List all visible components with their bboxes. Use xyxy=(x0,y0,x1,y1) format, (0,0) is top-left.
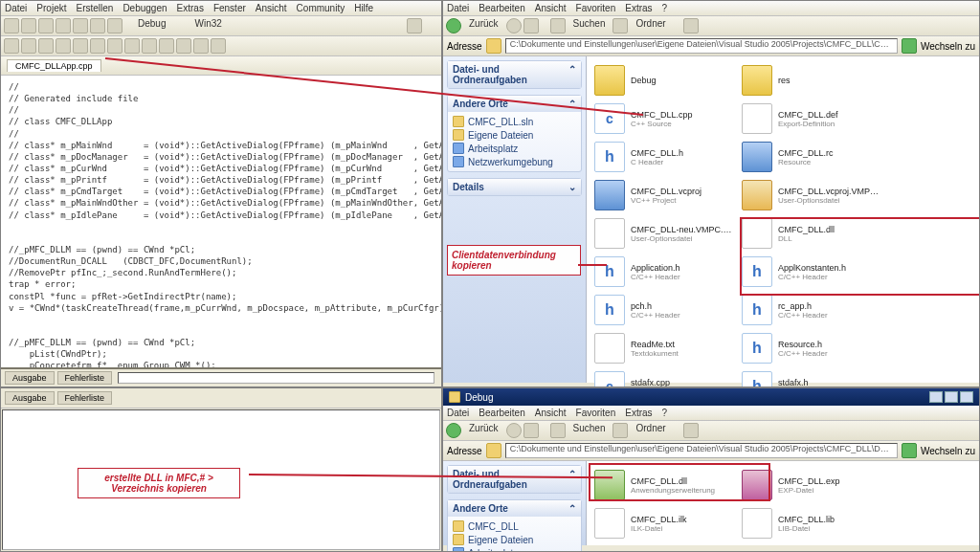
toolbar-button[interactable] xyxy=(90,18,105,33)
back-label[interactable]: Zurück xyxy=(463,18,504,33)
up-button[interactable] xyxy=(523,18,539,33)
folders-label[interactable]: Ordner xyxy=(630,423,671,438)
task-link[interactable]: CMFC_DLL xyxy=(453,519,576,533)
search-icon[interactable] xyxy=(550,18,566,33)
file-item[interactable]: CMFC_DLL.ilkILK-Datei xyxy=(592,505,736,541)
file-item[interactable]: CMFC_DLL.vcproj.VMPC.u...User-Optionsdat… xyxy=(740,177,883,213)
file-item[interactable]: stdafx.cppC++ Source xyxy=(592,368,736,387)
maximize-button[interactable] xyxy=(945,391,958,403)
close-button[interactable] xyxy=(960,391,973,403)
folders-icon[interactable] xyxy=(612,18,628,33)
output-tab[interactable]: Ausgabe xyxy=(5,371,55,385)
task-header[interactable]: Datei- und Ordneraufgaben xyxy=(453,64,568,85)
menu-item[interactable]: Hilfe xyxy=(354,3,373,13)
task-link[interactable]: Eigene Dateien xyxy=(453,128,576,142)
platform-combo[interactable]: Win32 xyxy=(189,18,227,33)
views-button[interactable] xyxy=(683,423,699,438)
toolbar-button[interactable] xyxy=(90,38,105,54)
go-button[interactable] xyxy=(902,38,917,54)
address-field[interactable]: C:\Dokumente und Einstellungen\user\Eige… xyxy=(505,443,898,458)
task-link[interactable]: CMFC_DLL.sln xyxy=(453,115,576,128)
task-header[interactable]: Details xyxy=(453,182,484,192)
task-link[interactable]: Eigene Dateien xyxy=(453,533,576,546)
config-combo[interactable]: Debug xyxy=(132,18,171,33)
file-item[interactable]: CMFC_DLL.rcResource xyxy=(740,139,883,175)
forward-button[interactable] xyxy=(506,423,522,438)
menu-item[interactable]: Projekt xyxy=(36,3,66,13)
menu-item[interactable]: Debuggen xyxy=(122,3,167,13)
menu-item[interactable]: Ansicht xyxy=(535,3,567,13)
menu-item[interactable]: Favoriten xyxy=(576,408,616,418)
menu-item[interactable]: Extras xyxy=(625,408,652,418)
file-item[interactable]: CMFC_DLL.vcprojVC++ Project xyxy=(592,177,736,213)
menu-item[interactable]: Datei xyxy=(447,408,469,418)
file-item[interactable]: CMFC_DLL.hC Header xyxy=(592,139,736,175)
file-item[interactable]: res xyxy=(740,62,883,99)
toolbar-button[interactable] xyxy=(107,38,122,54)
toolbar-button[interactable] xyxy=(38,38,54,54)
toolbar-button[interactable] xyxy=(159,38,174,54)
forward-button[interactable] xyxy=(506,18,522,33)
up-button[interactable] xyxy=(523,423,539,438)
menu-item[interactable]: Extras xyxy=(177,3,204,13)
toolbar-button[interactable] xyxy=(4,18,19,33)
file-item[interactable]: ReadMe.txtTextdokument xyxy=(592,330,736,366)
expand-icon[interactable]: ⌄ xyxy=(568,182,576,192)
code-editor[interactable]: // // Generated include file // // class… xyxy=(1,76,441,367)
toolbar-button[interactable] xyxy=(124,38,140,54)
file-item[interactable]: Application.hC/C++ Header xyxy=(592,254,736,290)
menu-item[interactable]: Ansicht xyxy=(256,3,287,13)
back-button[interactable] xyxy=(446,18,461,33)
menu-item[interactable]: Datei xyxy=(447,3,469,13)
file-item[interactable]: rc_app.hC/C++ Header xyxy=(740,292,883,328)
menu-item[interactable]: Datei xyxy=(5,3,27,13)
address-field[interactable]: C:\Dokumente und Einstellungen\user\Eige… xyxy=(505,38,898,54)
go-label[interactable]: Wechseln zu xyxy=(921,446,975,456)
menu-item[interactable]: Bearbeiten xyxy=(479,3,524,13)
menu-item[interactable]: Ansicht xyxy=(535,408,567,418)
file-item[interactable]: CMFC_DLL.defExport-Definition xyxy=(740,100,883,137)
file-tab[interactable]: CMFC_DLLApp.cpp xyxy=(7,59,101,72)
file-item[interactable]: CMFC_DLL.libLIB-Datei xyxy=(740,505,883,541)
file-list[interactable]: CMFC_DLL.dllAnwendungserweiterungCMFC_DL… xyxy=(587,461,979,545)
file-list[interactable]: DebugresCMFC_DLL.cppC++ SourceCMFC_DLL.d… xyxy=(587,56,979,383)
output-tab[interactable]: Ausgabe xyxy=(5,391,55,405)
task-link[interactable]: Arbeitsplatz xyxy=(453,142,576,155)
search-label[interactable]: Suchen xyxy=(568,423,612,438)
minimize-button[interactable] xyxy=(929,391,943,403)
toolbar-button[interactable] xyxy=(211,38,226,54)
search-label[interactable]: Suchen xyxy=(568,18,612,33)
menu-item[interactable]: ? xyxy=(662,408,668,418)
toolbar-button[interactable] xyxy=(176,38,191,54)
collapse-icon[interactable]: ⌃ xyxy=(568,503,576,514)
search-icon[interactable] xyxy=(550,423,566,438)
menu-item[interactable]: Extras xyxy=(625,3,652,13)
folders-icon[interactable] xyxy=(612,423,628,438)
task-header[interactable]: Andere Orte xyxy=(453,503,508,514)
toolbar-button[interactable] xyxy=(107,18,122,33)
toolbar-button[interactable] xyxy=(21,38,36,54)
output-tab[interactable]: Fehlerliste xyxy=(57,391,113,405)
file-item[interactable]: CMFC_DLL.cppC++ Source xyxy=(592,100,736,137)
menu-item[interactable]: Fenster xyxy=(213,3,246,13)
back-button[interactable] xyxy=(446,423,461,438)
toolbar-button[interactable] xyxy=(407,18,422,33)
menu-item[interactable]: Community xyxy=(297,3,345,13)
output-tab[interactable]: Fehlerliste xyxy=(57,371,113,385)
task-link[interactable]: Netzwerkumgebung xyxy=(453,155,576,168)
toolbar-button[interactable] xyxy=(142,38,157,54)
toolbar-button[interactable] xyxy=(38,18,54,33)
file-item[interactable]: Resource.hC/C++ Header xyxy=(740,330,883,366)
collapse-icon[interactable]: ⌃ xyxy=(568,469,576,490)
task-link[interactable]: Arbeitsplatz xyxy=(453,546,576,552)
collapse-icon[interactable]: ⌃ xyxy=(568,64,576,85)
views-button[interactable] xyxy=(683,18,699,33)
toolbar-button[interactable] xyxy=(56,38,71,54)
task-header[interactable]: Datei- und Ordneraufgaben xyxy=(453,469,568,490)
menu-item[interactable]: Erstellen xyxy=(76,3,113,13)
menu-item[interactable]: Favoriten xyxy=(576,3,616,13)
toolbar-button[interactable] xyxy=(193,38,209,54)
toolbar-button[interactable] xyxy=(21,18,36,33)
folders-label[interactable]: Ordner xyxy=(630,18,671,33)
file-item[interactable]: Debug xyxy=(592,62,736,99)
